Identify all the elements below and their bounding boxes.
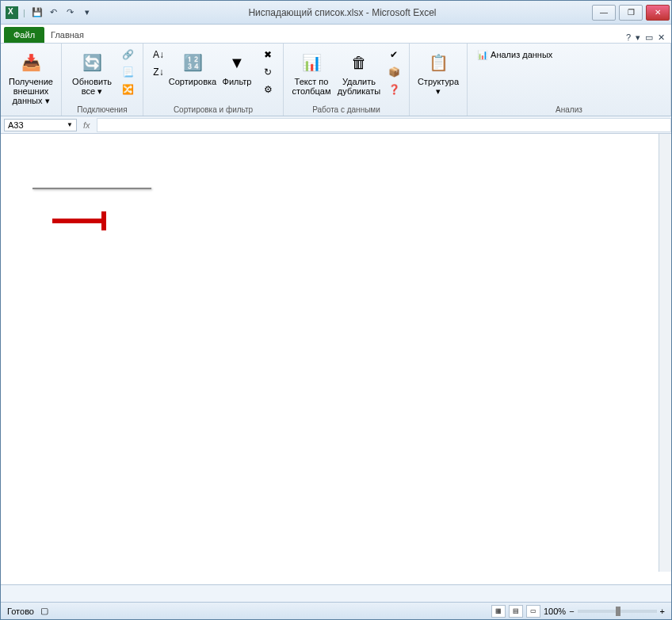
duplicates-icon: 🗑	[346, 50, 372, 75]
name-box-dd-icon[interactable]: ▼	[67, 121, 73, 128]
consolidate-icon[interactable]: 📦	[385, 64, 403, 80]
advanced-filter-icon[interactable]: ⚙	[259, 82, 277, 97]
window-title: Ниспадающий список.xlsx - Microsoft Exce…	[94, 7, 590, 18]
undo-button[interactable]: ↶	[47, 6, 61, 20]
name-box-value: A33	[8, 120, 24, 130]
external-data-icon: 📥	[18, 50, 44, 75]
whatif-icon[interactable]: ❓	[385, 82, 403, 97]
group-label-datatools: Работа с данными	[290, 104, 403, 114]
vertical-scrollbar[interactable]	[659, 134, 671, 572]
zoom-level[interactable]: 100%	[544, 607, 566, 616]
refresh-icon: 🔄	[79, 50, 105, 75]
close-button[interactable]: ✕	[646, 5, 670, 21]
text-to-columns-button[interactable]: 📊 Текст по столбцам	[290, 47, 333, 96]
sheet-tab-bar	[1, 584, 671, 602]
external-data-label: Получение внешних данных ▾	[7, 77, 55, 105]
zoom-slider[interactable]	[578, 610, 657, 613]
dup-label: Удалить дубликаты	[338, 77, 380, 96]
text-columns-icon: 📊	[299, 50, 324, 75]
outline-button[interactable]: 📋 Структура ▾	[416, 47, 460, 96]
minimize-button[interactable]: —	[592, 5, 616, 21]
ribbon-min-icon[interactable]: ▭	[645, 32, 653, 43]
sort-desc-icon[interactable]: Z↓	[150, 64, 167, 80]
page-layout-button[interactable]: ▤	[509, 605, 523, 618]
formula-bar: A33 ▼ fx	[1, 116, 671, 134]
name-box[interactable]: A33 ▼	[4, 119, 77, 131]
refresh-label: Обновить все ▾	[72, 77, 112, 96]
file-tab[interactable]: Файл	[4, 27, 44, 43]
zoom-out-button[interactable]: −	[569, 607, 574, 616]
sort-button[interactable]: 🔢 Сортировка	[170, 47, 215, 86]
qat-separator: |	[23, 8, 25, 17]
macro-record-icon[interactable]: ▢	[40, 606, 48, 616]
ribbon-tabs: Файл Главная ? ▾ ▭ ✕	[1, 25, 671, 44]
spreadsheet-grid[interactable]	[1, 134, 671, 584]
zoom-in-button[interactable]: +	[660, 607, 665, 616]
outline-label: Структура ▾	[418, 77, 459, 96]
outline-icon: 📋	[426, 50, 451, 75]
help-icon[interactable]: ?	[626, 32, 631, 43]
properties-icon[interactable]: 📃	[119, 64, 136, 80]
group-label-outline	[416, 112, 460, 114]
ribbon-dd-icon[interactable]: ▾	[636, 32, 640, 43]
group-label-conn: Подключения	[68, 104, 136, 114]
remove-duplicates-button[interactable]: 🗑 Удалить дубликаты	[336, 47, 382, 96]
sort-asc-icon[interactable]: A↓	[150, 47, 167, 63]
reapply-icon[interactable]: ↻	[259, 64, 277, 80]
doc-close-icon[interactable]: ✕	[658, 32, 665, 43]
fx-icon[interactable]: fx	[83, 120, 90, 130]
refresh-all-button[interactable]: 🔄 Обновить все ▾	[68, 47, 116, 96]
formula-input[interactable]	[97, 118, 671, 132]
validation-icon[interactable]: ✔	[385, 47, 403, 63]
group-label-sort: Сортировка и фильтр	[150, 104, 277, 114]
group-label-analysis: Анализ	[474, 104, 664, 114]
maximize-button[interactable]: ❐	[619, 5, 643, 21]
external-data-button[interactable]: 📥 Получение внешних данных ▾	[7, 47, 55, 105]
filter-button[interactable]: ▼ Фильтр	[218, 47, 256, 86]
normal-view-button[interactable]: ▦	[491, 605, 506, 618]
edit-links-icon[interactable]: 🔀	[119, 82, 136, 97]
data-analysis-button[interactable]: 📊 Анализ данных	[474, 47, 556, 63]
excel-icon	[6, 6, 18, 19]
clear-filter-icon[interactable]: ✖	[259, 47, 277, 63]
annotation-callout	[48, 205, 128, 238]
status-bar: Готово ▢ ▦ ▤ ▭ 100% − +	[1, 602, 671, 619]
redo-button[interactable]: ↷	[63, 6, 78, 20]
t2c-label: Текст по столбцам	[292, 77, 331, 96]
sort-icon: 🔢	[180, 50, 205, 75]
filter-label: Фильтр	[223, 77, 252, 86]
ribbon-tab-главная[interactable]: Главная	[44, 27, 90, 43]
filter-icon: ▼	[224, 50, 250, 75]
group-label-ext	[7, 112, 55, 114]
status-ready: Готово	[7, 607, 34, 616]
page-break-button[interactable]: ▭	[526, 605, 540, 618]
sort-label: Сортировка	[169, 77, 216, 86]
validation-dropdown	[32, 188, 151, 189]
save-button[interactable]: 💾	[30, 6, 44, 20]
title-bar: | 💾 ↶ ↷ ▾ Ниспадающий список.xlsx - Micr…	[1, 1, 671, 25]
ribbon: 📥 Получение внешних данных ▾ 🔄 Обновить …	[1, 44, 671, 116]
connections-icon[interactable]: 🔗	[119, 47, 136, 63]
app-window: | 💾 ↶ ↷ ▾ Ниспадающий список.xlsx - Micr…	[0, 0, 672, 620]
qat-customize[interactable]: ▾	[80, 6, 94, 20]
